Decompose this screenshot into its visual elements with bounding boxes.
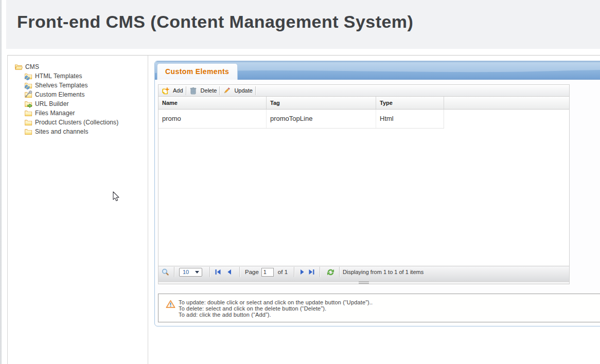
window-edge (0, 0, 2, 364)
tree-node-product-clusters[interactable]: Product Clusters (Collections) (24, 118, 148, 127)
folder-icon (24, 109, 32, 117)
grid-empty-area (158, 129, 569, 266)
prev-page-button[interactable] (226, 269, 233, 275)
tree-node-label: Shelves Templates (35, 82, 88, 89)
page-count-label: of 1 (278, 269, 288, 275)
resize-handle[interactable] (359, 282, 369, 284)
update-button[interactable]: Update (221, 85, 254, 96)
page-label: Page (245, 269, 259, 275)
tree-node-html-templates[interactable]: HTML Templates (24, 71, 148, 81)
cell-name: promo (158, 110, 267, 128)
tree-node-files-manager[interactable]: Files Manager (24, 108, 148, 118)
paging-toolbar: 10 Page of 1 Displaying from 1 to 1 of 1… (158, 266, 569, 281)
pager-separator (209, 267, 210, 277)
custom-elements-grid: Add Delete Update Name Tag Type (158, 84, 570, 284)
tree: CMS HTML Templates Shelves Templates Cus… (8, 56, 148, 136)
toolbar-separator (255, 86, 256, 95)
folder-go-icon (24, 100, 32, 108)
next-page-button[interactable] (299, 269, 306, 275)
cell-type: Html (376, 110, 444, 128)
folder-sync-icon (24, 72, 32, 80)
help-line-add: To add: click the add button (“Add”). (179, 312, 373, 318)
help-note-text: To update: double click or select and cl… (179, 299, 373, 322)
tree-node-label: HTML Templates (35, 72, 82, 80)
last-page-button[interactable] (308, 269, 315, 275)
page-size-select[interactable]: 10 (179, 268, 202, 277)
page-title: Front-end CMS (Content Management System… (17, 12, 413, 32)
pager-separator (174, 267, 174, 277)
tree-node-sites-channels[interactable]: Sites and channels (24, 127, 148, 136)
add-button[interactable]: Add (160, 85, 185, 96)
first-page-button[interactable] (215, 269, 221, 275)
page-number-input[interactable] (261, 268, 274, 277)
tree-node-cms[interactable]: CMS (14, 62, 148, 71)
pager-separator (320, 267, 320, 277)
grid-toolbar: Add Delete Update (158, 85, 569, 97)
mouse-cursor (113, 191, 119, 202)
pager-separator (339, 267, 340, 277)
page-size-value: 10 (183, 269, 189, 275)
grid-footer (158, 281, 569, 284)
tree-node-label: Files Manager (35, 110, 75, 117)
tab-label: Custom Elements (165, 67, 229, 76)
folder-icon (24, 118, 32, 126)
tab-custom-elements[interactable]: Custom Elements (157, 63, 238, 80)
tree-node-label: URL Builder (35, 100, 69, 107)
folder-sync-icon (24, 81, 32, 89)
delete-button[interactable]: Delete (187, 85, 219, 96)
page: Front-end CMS (Content Management System… (0, 0, 600, 364)
tree-node-label: Product Clusters (Collections) (35, 119, 118, 126)
tree-node-label: Sites and channels (35, 128, 89, 135)
column-header-name[interactable]: Name (158, 97, 267, 109)
help-note: To update: double click or select and cl… (158, 294, 600, 322)
folder-icon (24, 128, 32, 136)
tree-node-shelves-templates[interactable]: Shelves Templates (24, 81, 148, 90)
page-header: Front-end CMS (Content Management System… (6, 0, 600, 49)
column-header-type[interactable]: Type (376, 97, 444, 109)
trash-icon (189, 87, 197, 95)
delete-button-label: Delete (201, 87, 217, 94)
help-line-update: To update: double click or select and cl… (179, 299, 373, 305)
tree-node-custom-elements[interactable]: Custom Elements (24, 90, 148, 99)
tree-node-label: Custom Elements (35, 91, 85, 98)
pager-status: Displaying from 1 to 1 of 1 items (343, 269, 423, 275)
grid-header-row: Name Tag Type (158, 97, 569, 110)
add-button-label: Add (173, 87, 183, 94)
pager-separator (239, 267, 240, 277)
warning-icon (166, 300, 175, 308)
table-row[interactable]: promo promoTopLine Html (158, 110, 444, 129)
content-panel: Custom Elements Add Delete Update (154, 61, 600, 326)
add-icon (162, 87, 169, 95)
tab-strip: Custom Elements (155, 61, 600, 80)
pager-separator (294, 267, 294, 277)
toolbar-separator (186, 86, 186, 95)
cell-tag: promoTopLine (267, 110, 376, 128)
folder-key-icon (24, 90, 32, 99)
tree-node-url-builder[interactable]: URL Builder (24, 99, 148, 108)
chevron-down-icon (195, 271, 199, 274)
pencil-icon (223, 87, 231, 95)
navigation-tree-panel: CMS HTML Templates Shelves Templates Cus… (7, 55, 148, 364)
help-line-delete: To delete: select and click on the delet… (179, 305, 373, 312)
column-header-tag[interactable]: Tag (267, 97, 376, 109)
column-header-filler (444, 97, 569, 109)
refresh-icon[interactable] (327, 268, 334, 276)
update-button-label: Update (234, 87, 252, 94)
folder-open-icon (14, 63, 23, 71)
toolbar-separator (219, 86, 220, 95)
tree-node-label: CMS (25, 63, 39, 70)
search-icon[interactable] (162, 268, 169, 276)
grid-rows: promo promoTopLine Html (158, 110, 569, 129)
